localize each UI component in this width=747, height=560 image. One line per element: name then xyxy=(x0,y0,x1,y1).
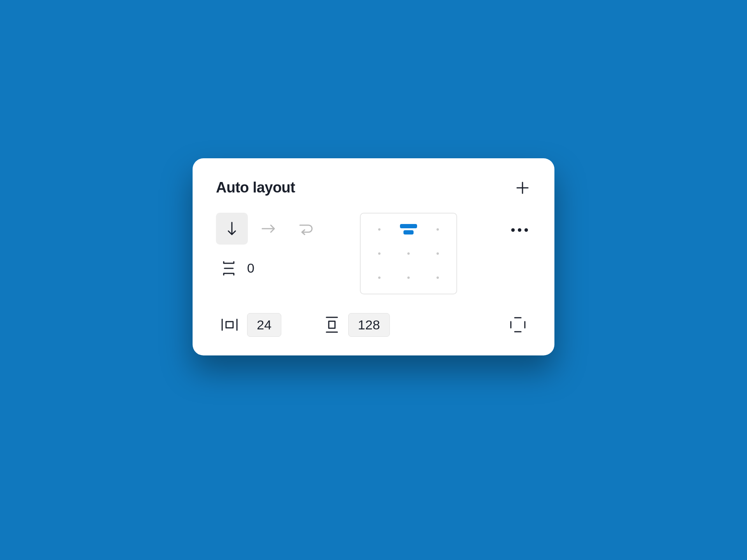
vertical-padding-icon xyxy=(324,316,340,334)
vertical-padding-input[interactable]: 128 xyxy=(348,313,390,337)
vertical-padding-group: 128 xyxy=(324,313,390,337)
more-options-icon xyxy=(518,228,521,232)
add-auto-layout-button[interactable] xyxy=(514,179,531,196)
padding-row: 24 128 xyxy=(216,313,531,337)
svg-rect-9 xyxy=(329,321,335,328)
gap-icon-wrap xyxy=(221,260,237,276)
direction-wrap-button[interactable] xyxy=(289,213,321,245)
alignment-dot xyxy=(378,276,381,279)
individual-padding-button[interactable] xyxy=(509,315,527,334)
alignment-dot xyxy=(437,252,439,255)
direction-horizontal-button[interactable] xyxy=(253,213,284,245)
arrow-right-icon xyxy=(261,222,276,235)
horizontal-padding-icon xyxy=(221,317,238,332)
alignment-dot xyxy=(378,228,381,231)
horizontal-padding-icon-wrap xyxy=(221,317,238,332)
vertical-padding-icon-wrap xyxy=(324,316,340,334)
more-options-button[interactable] xyxy=(508,220,531,240)
individual-padding-icon xyxy=(509,315,527,334)
alignment-dot xyxy=(437,276,439,279)
alignment-dot xyxy=(407,276,410,279)
arrow-down-icon xyxy=(225,221,238,236)
gap-row: 0 xyxy=(216,260,356,276)
horizontal-padding-input[interactable]: 24 xyxy=(247,313,281,337)
gap-value-input[interactable]: 0 xyxy=(247,261,254,276)
direction-buttons xyxy=(216,213,356,245)
panel-header: Auto layout xyxy=(216,179,531,196)
main-controls-row: 0 xyxy=(216,213,531,294)
auto-layout-panel: Auto layout xyxy=(193,158,554,355)
svg-rect-6 xyxy=(226,322,233,328)
alignment-active-indicator xyxy=(400,224,417,234)
wrap-icon xyxy=(297,221,313,236)
alignment-dot xyxy=(437,228,439,231)
panel-title: Auto layout xyxy=(216,179,295,196)
plus-icon xyxy=(516,181,530,195)
horizontal-padding-group: 24 xyxy=(221,313,281,337)
alignment-grid[interactable] xyxy=(360,213,457,294)
direction-vertical-button[interactable] xyxy=(216,213,248,245)
alignment-dot xyxy=(407,252,410,255)
more-options-icon xyxy=(524,228,528,232)
left-column: 0 xyxy=(216,213,356,276)
alignment-dot xyxy=(378,252,381,255)
more-options-icon xyxy=(511,228,515,232)
gap-spacing-icon xyxy=(221,260,237,276)
